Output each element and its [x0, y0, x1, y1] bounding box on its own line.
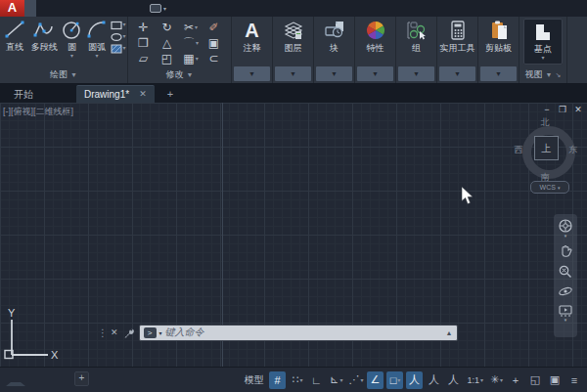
viewport-controls-label[interactable]: [-][俯视][二维线框]: [3, 106, 73, 118]
panel-utilities[interactable]: 实用工具 ▼: [437, 17, 478, 83]
command-history-arrow[interactable]: ▲: [446, 329, 453, 336]
panel-groups-expand[interactable]: ▼: [398, 66, 434, 81]
viewcube-east[interactable]: 东: [567, 144, 579, 156]
status-toggle-customize[interactable]: ≡: [566, 371, 583, 389]
ribbon-tab[interactable]: [60, 0, 71, 17]
panel-layers[interactable]: 图层 ▼: [273, 17, 314, 83]
modify-tool-mirror[interactable]: △: [162, 36, 172, 50]
command-input[interactable]: > ▾ 键入命令 ▲: [139, 325, 458, 341]
status-toggle-workspace[interactable]: ✳ ▾: [488, 371, 505, 389]
panel-draw-footer[interactable]: 绘图▼: [0, 67, 127, 82]
rectangle-tool[interactable]: ▾: [111, 20, 126, 30]
orbit-icon[interactable]: [558, 284, 573, 298]
modify-tool-explode[interactable]: ▣: [208, 36, 220, 50]
status-toggle-isolate[interactable]: ◱: [527, 371, 544, 389]
new-layout-button[interactable]: +: [74, 371, 89, 386]
customize-wrench-icon[interactable]: [122, 327, 135, 339]
ribbon-tab[interactable]: [130, 0, 142, 17]
modify-tool-trim[interactable]: ✂ ▾: [184, 21, 198, 34]
ribbon-tab[interactable]: [36, 0, 48, 17]
command-line-close-icon[interactable]: ✕: [111, 327, 118, 337]
status-toggle-annotation-autoscale[interactable]: 人: [426, 371, 442, 389]
status-toggle-object-snap[interactable]: □ ▾: [386, 371, 403, 389]
panel-clipboard-expand[interactable]: ▼: [480, 66, 517, 81]
wcs-dropdown[interactable]: WCS ▾: [530, 181, 569, 194]
ribbon-tab[interactable]: [71, 0, 83, 17]
modify-tool-erase[interactable]: ✐: [208, 21, 219, 34]
status-toggle-snap[interactable]: ∷ ▾: [289, 371, 305, 389]
modify-tool-fillet[interactable]: ⌒ ▾: [183, 36, 199, 50]
status-toggle-crosshair[interactable]: +: [508, 371, 524, 389]
panel-block-expand[interactable]: ▼: [316, 66, 352, 81]
panel-view: 基点 ▾ 视图 ▼ ↘: [519, 17, 567, 83]
app-logo-icon[interactable]: A: [0, 0, 24, 17]
tool-arc[interactable]: 圆弧 ▾: [84, 18, 110, 59]
ribbon-tab[interactable]: [107, 0, 118, 17]
tool-circle[interactable]: 圆 ▾: [60, 18, 83, 59]
command-line-grip[interactable]: ⋮: [98, 327, 107, 338]
layout-tab[interactable]: [6, 382, 25, 386]
pan-hand-icon[interactable]: [558, 242, 573, 259]
tab-drawing1[interactable]: Drawing1* ✕: [76, 85, 155, 103]
viewcube-north[interactable]: 北: [539, 116, 551, 129]
status-toggle-annotation-scale[interactable]: 人: [445, 371, 462, 389]
showmotion-icon[interactable]: [558, 304, 573, 318]
status-toggle-scale[interactable]: 1:1 ▾: [465, 371, 485, 389]
modify-tool-icon: ▦: [183, 52, 194, 65]
viewcube-west[interactable]: 西: [513, 144, 524, 156]
status-toggle-iso-draft[interactable]: ⋰ ▾: [347, 371, 364, 389]
ribbon-tab[interactable]: [95, 0, 107, 17]
tab-start[interactable]: 开始: [0, 86, 47, 103]
panel-layers-expand[interactable]: ▼: [275, 66, 311, 81]
ribbon-tab[interactable]: [83, 0, 95, 17]
panel-properties-expand[interactable]: ▼: [357, 66, 393, 81]
ribbon-display-toggle[interactable]: ▾: [150, 0, 166, 17]
panel-clipboard[interactable]: 剪贴板 ▼: [478, 17, 519, 83]
panel-annotation-expand[interactable]: ▼: [234, 66, 270, 81]
panel-groups[interactable]: 组 ▼: [396, 17, 437, 83]
panel-utilities-expand[interactable]: ▼: [439, 66, 475, 81]
status-toggle-object-snap-tracking[interactable]: ∠: [367, 371, 384, 389]
modify-tool-array[interactable]: ▦ ▾: [183, 52, 198, 65]
status-toggle-polar-tracking[interactable]: ⊾ ▾: [328, 371, 344, 389]
panel-modify-footer[interactable]: 修改▼: [128, 67, 231, 82]
hatch-tool[interactable]: ▾: [111, 43, 126, 54]
ribbon-tab[interactable]: [24, 0, 36, 17]
panel-properties[interactable]: 特性 ▼: [355, 17, 396, 83]
restore-icon[interactable]: ❐: [558, 105, 567, 114]
viewcube-top-face[interactable]: 上: [534, 136, 559, 160]
modify-tool-stretch[interactable]: ▱: [139, 52, 149, 65]
status-toggle-annotation-visibility[interactable]: 人: [406, 371, 423, 389]
model-space-button[interactable]: 模型: [244, 373, 263, 387]
ribbon-tab[interactable]: [48, 0, 60, 17]
tool-line[interactable]: 直线: [1, 18, 28, 59]
tab-close-icon[interactable]: ✕: [139, 86, 147, 103]
panel-dialog-launcher-icon[interactable]: ↘: [556, 71, 562, 79]
layout-tab[interactable]: [27, 382, 47, 386]
modify-tool-offset[interactable]: ⊂: [208, 52, 219, 65]
panel-block[interactable]: 块 ▼: [314, 17, 355, 83]
modify-tool-copy[interactable]: ❐: [138, 36, 150, 50]
ribbon-tab[interactable]: [118, 0, 130, 17]
ellipse-tool[interactable]: ▾: [111, 31, 126, 42]
modify-tool-move[interactable]: ✛: [138, 21, 149, 34]
panel-annotation[interactable]: A 注释 ▼: [232, 17, 273, 83]
status-toggle-clean-screen[interactable]: ▣: [547, 371, 564, 389]
new-tab-button[interactable]: +: [162, 86, 178, 103]
modify-tool-icon: ✐: [208, 21, 218, 34]
zoom-icon[interactable]: [558, 264, 573, 280]
tool-polyline[interactable]: 多段线: [28, 18, 60, 59]
basepoint-button[interactable]: 基点 ▾: [523, 19, 563, 65]
panel-view-footer[interactable]: 视图 ▼ ↘: [519, 67, 566, 82]
layout-tab[interactable]: [49, 382, 68, 386]
minimize-icon[interactable]: −: [542, 105, 552, 114]
navigation-wheel-icon[interactable]: [558, 218, 573, 234]
modify-tool-scale[interactable]: ◰: [161, 52, 173, 65]
drawing-area[interactable]: [-][俯视][二维线框] − ❐ ✕ 北 南 西 东 上 WCS ▾ ▾: [0, 103, 587, 367]
status-toggle-ortho[interactable]: ∟: [308, 371, 325, 389]
command-prompt-icon[interactable]: >: [144, 327, 157, 338]
status-toggle-grid[interactable]: #: [269, 371, 286, 389]
modify-tool-icon: ❐: [138, 36, 149, 50]
close-icon[interactable]: ✕: [573, 105, 583, 114]
modify-tool-rotate[interactable]: ↻: [161, 21, 172, 34]
